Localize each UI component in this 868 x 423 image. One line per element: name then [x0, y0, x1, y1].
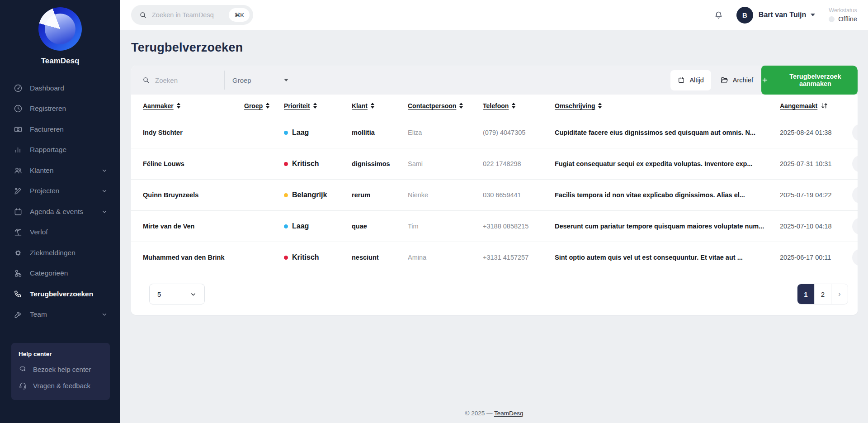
sidebar-item-label: Verlof — [30, 228, 48, 236]
sidebar-item-label: Factureren — [30, 125, 64, 133]
pager: 1 2 › — [797, 284, 848, 304]
table-row[interactable]: Muhammed van den Brink Kritisch nesciunt… — [131, 242, 858, 273]
sort-icon — [512, 103, 515, 109]
next-page-button[interactable]: › — [831, 284, 848, 304]
column-header-aangemaakt[interactable]: Aangemaakt — [780, 102, 858, 109]
sort-icon — [459, 103, 463, 109]
priority-dot-icon — [284, 224, 288, 228]
sort-icon — [266, 103, 269, 109]
wrench-icon — [14, 310, 23, 319]
app-window: TeamDesq Dashboard Registreren Facturere… — [0, 0, 868, 423]
column-header-omschrijving[interactable]: Omschrijving — [555, 102, 780, 109]
help-link-visit[interactable]: Bezoek help center — [19, 365, 103, 374]
table-row[interactable]: Mirte van de Ven Laag quae Tim +3188 085… — [131, 211, 858, 242]
group-select-value: Groep — [232, 76, 251, 84]
sidebar-item-team[interactable]: Team — [0, 304, 120, 325]
user-name: Bart van Tuijn — [759, 11, 807, 19]
calendar-icon — [14, 207, 23, 216]
sidebar-item-label: Agenda & events — [30, 208, 83, 216]
table-search[interactable] — [131, 76, 224, 84]
sidebar-item-registreren[interactable]: Registreren — [0, 99, 120, 119]
cell-prioriteit: Laag — [284, 222, 352, 230]
sort-icon — [177, 103, 180, 109]
table-row[interactable]: Quinn Bruynzeels Belangrijk rerum Nienke… — [131, 180, 858, 211]
sidebar-item-categorieen[interactable]: Categorieën — [0, 263, 120, 284]
cell-contactpersoon: Eliza — [408, 129, 483, 136]
group-select[interactable]: Groep — [225, 76, 283, 84]
sidebar-item-dashboard[interactable]: Dashboard — [0, 78, 120, 99]
status-dot-icon — [829, 16, 835, 22]
chevron-down-icon — [190, 291, 197, 298]
table-toolbar: Groep Altijd Archief Terugbelverzoe — [131, 66, 858, 95]
table-search-input[interactable] — [155, 76, 223, 84]
cell-klant: dignissimos — [352, 160, 408, 167]
workstatus-value: Offline — [838, 15, 857, 23]
sidebar-item-label: Dashboard — [30, 84, 64, 92]
content: Terugbelverzoeken Groep — [120, 30, 868, 423]
cell-aangemaakt: 2025-07-19 04:22 — [780, 191, 858, 199]
folder-open-icon — [720, 76, 728, 84]
page-size-select[interactable]: 5 — [149, 284, 205, 304]
column-header-aanmaker[interactable]: Aanmaker — [143, 102, 244, 109]
cell-contactpersoon: Sami — [408, 160, 483, 167]
sidebar-item-klanten[interactable]: Klanten — [0, 160, 120, 181]
priority-dot-icon — [284, 162, 288, 166]
footer-brand-link[interactable]: TeamDesq — [494, 410, 524, 417]
search-icon — [142, 76, 150, 84]
help-link-label: Vragen & feedback — [33, 382, 90, 390]
table-row[interactable]: Féline Louws Kritisch dignissimos Sami 0… — [131, 148, 858, 180]
cell-prioriteit: Kritisch — [284, 253, 352, 261]
cell-aangemaakt: 2025-06-17 00:11 — [780, 254, 858, 261]
column-header-contactpersoon[interactable]: Contactpersoon — [408, 102, 483, 109]
cell-aanmaker: Féline Louws — [143, 160, 244, 167]
cell-omschrijving: Fugiat consequatur sequi ex expedita vol… — [555, 160, 780, 167]
bar-chart-icon — [14, 145, 23, 154]
sidebar-item-verlof[interactable]: Verlof — [0, 222, 120, 243]
sidebar: TeamDesq Dashboard Registreren Facturere… — [0, 0, 120, 423]
global-search[interactable]: ⌘K — [131, 5, 253, 25]
create-callback-button[interactable]: Terugbelverzoek aanmaken — [761, 66, 858, 95]
sidebar-item-agenda-events[interactable]: Agenda & events — [0, 201, 120, 222]
page-button-2[interactable]: 2 — [814, 284, 831, 304]
sidebar-item-factureren[interactable]: Factureren — [0, 119, 120, 140]
bell-icon[interactable] — [714, 10, 723, 20]
page-title: Terugbelverzoeken — [120, 30, 868, 55]
help-link-label: Bezoek help center — [33, 366, 91, 373]
users-icon — [14, 166, 23, 175]
column-header-groep[interactable]: Groep — [244, 102, 284, 109]
workstatus-label: Werkstatus — [829, 7, 857, 14]
topbar: ⌘K B Bart van Tuijn Werkstatus Offline — [120, 0, 868, 30]
caret-down-icon — [811, 14, 815, 16]
cell-prioriteit: Kritisch — [284, 160, 352, 168]
cell-klant: nesciunt — [352, 254, 408, 261]
priority-dot-icon — [284, 131, 288, 135]
archive-button[interactable]: Archief — [716, 70, 758, 90]
column-header-telefoon[interactable]: Telefoon — [483, 102, 555, 109]
cell-aanmaker: Indy Stichter — [143, 129, 244, 136]
sidebar-item-projecten[interactable]: Projecten — [0, 181, 120, 202]
workstatus-toggle[interactable]: Offline — [829, 15, 857, 23]
user-menu[interactable]: B Bart van Tuijn — [736, 7, 816, 24]
sidebar-item-rapportage[interactable]: Rapportage — [0, 140, 120, 161]
copyright-text: © 2025 — — [465, 410, 494, 417]
sidebar-item-ziekmeldingen[interactable]: Ziekmeldingen — [0, 242, 120, 263]
global-search-input[interactable] — [152, 11, 220, 19]
table-row[interactable]: Indy Stichter Laag mollitia Eliza (079) … — [131, 117, 858, 148]
cell-omschrijving: Deserunt cum pariatur tempore quisquam m… — [555, 223, 780, 230]
plus-icon — [761, 76, 769, 84]
cell-contactpersoon: Amina — [408, 254, 483, 261]
phone-icon — [14, 290, 23, 299]
sidebar-item-terugbelverzoeken[interactable]: Terugbelverzoeken — [0, 284, 120, 304]
date-range-label: Altijd — [689, 76, 703, 84]
column-header-klant[interactable]: Klant — [352, 102, 408, 109]
date-range-button[interactable]: Altijd — [670, 70, 711, 90]
sidebar-item-label: Terugbelverzoeken — [30, 290, 93, 298]
sidebar-item-label: Rapportage — [30, 146, 66, 154]
cell-omschrijving: Sint optio autem quis vel ut est consequ… — [555, 254, 780, 261]
sort-icon — [598, 103, 602, 109]
chevron-down-icon — [101, 188, 108, 194]
page-button-1[interactable]: 1 — [797, 284, 814, 304]
help-link-feedback[interactable]: Vragen & feedback — [19, 381, 103, 390]
brand-name: TeamDesq — [41, 57, 80, 66]
column-header-prioriteit[interactable]: Prioriteit — [284, 102, 352, 109]
